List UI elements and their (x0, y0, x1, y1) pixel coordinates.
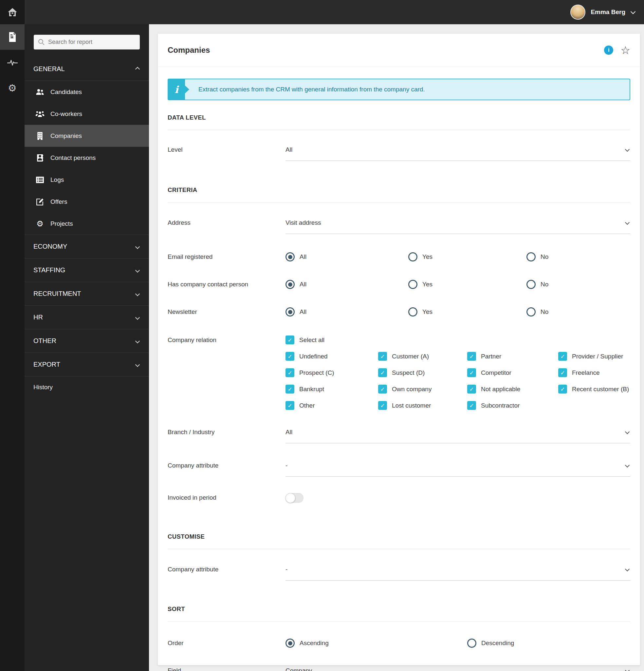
form-row-company-attribute: Company attribute - (168, 461, 630, 477)
checkbox-select-all[interactable]: Select all (285, 336, 324, 344)
level-select[interactable]: All (285, 145, 630, 161)
sidebar-item-companies[interactable]: Companies (25, 125, 149, 147)
sidebar-item-candidates[interactable]: Candidates (25, 81, 149, 103)
search-input[interactable] (34, 35, 140, 50)
checkbox-not-applicable[interactable]: Not applicable (467, 385, 558, 393)
address-select[interactable]: Visit address (285, 218, 630, 234)
radio-contact-yes[interactable]: Yes (408, 280, 527, 289)
sidebar-item-history[interactable]: History (25, 376, 149, 398)
form-row-level: Level All (168, 145, 630, 161)
radio-email-all[interactable]: All (285, 252, 408, 262)
info-icon[interactable]: i (604, 46, 613, 55)
sidebar-section-general[interactable]: GENERAL (25, 57, 149, 81)
checkbox-customer-a[interactable]: Customer (A) (378, 352, 467, 361)
home-nav[interactable] (0, 0, 25, 24)
checkbox-checked-icon (467, 352, 476, 361)
checkbox-prospect-c[interactable]: Prospect (C) (285, 368, 378, 377)
activity-nav[interactable] (0, 50, 25, 75)
radio-newsletter-yes[interactable]: Yes (408, 307, 527, 316)
sidebar-item-projects[interactable]: Projects (25, 213, 149, 235)
checkbox-own-company[interactable]: Own company (378, 385, 467, 393)
sidebar-item-logs[interactable]: Logs (25, 169, 149, 191)
form-row-address: Address Visit address (168, 218, 630, 234)
checkbox-checked-icon (285, 352, 294, 361)
list-icon (35, 176, 44, 183)
checkbox-bankrupt[interactable]: Bankrupt (285, 385, 378, 393)
customise-attribute-select[interactable]: - (285, 565, 630, 581)
chevron-down-icon (135, 362, 140, 367)
sidebar-item-offers[interactable]: Offers (25, 191, 149, 213)
sidebar: GENERAL Candidates Co-workers Companies … (25, 24, 149, 671)
section-label: OTHER (34, 337, 56, 345)
chevron-up-icon (135, 66, 140, 71)
info-banner: Extract companies from the CRM with gene… (168, 79, 630, 100)
checkbox-freelance[interactable]: Freelance (558, 368, 630, 377)
checkbox-label: Select all (299, 337, 324, 344)
company-attribute-select[interactable]: - (285, 461, 630, 477)
sidebar-section-export[interactable]: EXPORT (25, 353, 149, 376)
radio-icon (408, 307, 417, 316)
sort-field-select[interactable]: Company (285, 666, 630, 671)
radio-descending[interactable]: Descending (467, 638, 514, 648)
radio-newsletter-no[interactable]: No (527, 307, 549, 316)
radio-ascending[interactable]: Ascending (285, 638, 467, 648)
banner-accent (168, 79, 185, 100)
field-label: Email registered (168, 252, 285, 262)
checkbox-other[interactable]: Other (285, 401, 378, 410)
sidebar-item-co-workers[interactable]: Co-workers (25, 103, 149, 125)
radio-email-no[interactable]: No (527, 252, 549, 262)
relation-grid: Undefined Customer (A) Partner Provider … (285, 352, 630, 410)
select-value: Visit address (285, 218, 321, 227)
star-icon[interactable] (620, 45, 630, 56)
section-title-criteria: CRITERIA (168, 187, 630, 194)
checkbox-label: Freelance (572, 369, 600, 377)
checkbox-lost-customer[interactable]: Lost customer (378, 401, 467, 410)
checkbox-subcontractor[interactable]: Subcontractor (467, 401, 558, 410)
radio-contact-no[interactable]: No (527, 280, 549, 289)
form-row-newsletter: Newsletter All Yes No (168, 307, 630, 316)
checkbox-checked-icon (378, 385, 387, 393)
sidebar-item-contact-persons[interactable]: Contact persons (25, 147, 149, 169)
radio-selected-icon (285, 252, 295, 262)
sidebar-section-other[interactable]: OTHER (25, 329, 149, 353)
checkbox-checked-icon (285, 336, 294, 344)
radio-label: Yes (422, 253, 433, 261)
chevron-down-icon (135, 339, 140, 343)
section-label: ECONOMY (34, 243, 67, 250)
report-card: Companies i Extract companies from the C… (158, 34, 640, 665)
radio-label: Ascending (299, 640, 329, 647)
checkbox-checked-icon (558, 368, 567, 377)
radio-email-yes[interactable]: Yes (408, 252, 527, 262)
checkbox-recent-customer-b[interactable]: Recent customer (B) (558, 385, 630, 393)
sidebar-section-recruitment[interactable]: RECRUITMENT (25, 282, 149, 305)
radio-selected-icon (285, 280, 295, 289)
sidebar-section-economy[interactable]: ECONOMY (25, 235, 149, 258)
user-name[interactable]: Emma Berg (591, 9, 625, 16)
icon-rail (0, 0, 25, 671)
invoiced-toggle[interactable] (285, 493, 304, 503)
checkbox-competitor[interactable]: Competitor (467, 368, 558, 377)
radio-newsletter-all[interactable]: All (285, 307, 408, 316)
radio-label: No (541, 308, 549, 316)
checkbox-provider-supplier[interactable]: Provider / Supplier (558, 352, 630, 361)
field-label: Has company contact person (168, 280, 285, 289)
checkbox-label: Undefined (299, 353, 328, 360)
checkbox-checked-icon (467, 385, 476, 393)
checkbox-checked-icon (285, 368, 294, 377)
select-value: Company (285, 666, 312, 671)
sidebar-section-staffing[interactable]: STAFFING (25, 258, 149, 282)
radio-contact-all[interactable]: All (285, 280, 408, 289)
checkbox-undefined[interactable]: Undefined (285, 352, 378, 361)
section-label: HR (34, 314, 43, 321)
avatar[interactable] (570, 4, 585, 20)
select-value: All (285, 145, 292, 154)
sidebar-section-hr[interactable]: HR (25, 305, 149, 329)
checkbox-label: Not applicable (481, 385, 520, 393)
chevron-down-icon[interactable] (631, 9, 636, 14)
branch-select[interactable]: All (285, 428, 630, 443)
settings-nav[interactable] (0, 75, 25, 101)
checkbox-suspect-d[interactable]: Suspect (D) (378, 368, 467, 377)
checkbox-label: Partner (481, 353, 501, 360)
checkbox-partner[interactable]: Partner (467, 352, 558, 361)
reports-nav[interactable] (0, 24, 25, 50)
